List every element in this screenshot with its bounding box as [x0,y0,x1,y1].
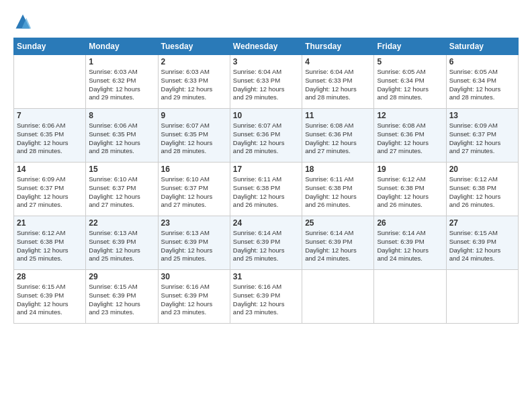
day-info: Sunrise: 6:16 AM Sunset: 6:39 PM Dayligh… [161,283,227,317]
day-number: 26 [377,218,443,228]
calendar-cell: 14Sunrise: 6:09 AM Sunset: 6:37 PM Dayli… [14,163,86,216]
day-info: Sunrise: 6:08 AM Sunset: 6:36 PM Dayligh… [305,122,371,156]
calendar-header-friday: Friday [374,38,446,55]
day-number: 21 [17,218,83,228]
logo [13,12,35,31]
calendar-cell: 29Sunrise: 6:15 AM Sunset: 6:39 PM Dayli… [86,270,158,324]
day-info: Sunrise: 6:12 AM Sunset: 6:38 PM Dayligh… [377,175,443,210]
day-info: Sunrise: 6:07 AM Sunset: 6:36 PM Dayligh… [233,122,299,156]
calendar-table: SundayMondayTuesdayWednesdayThursdayFrid… [13,38,519,324]
day-number: 14 [17,165,83,174]
day-info: Sunrise: 6:14 AM Sunset: 6:39 PM Dayligh… [305,229,371,263]
day-info: Sunrise: 6:04 AM Sunset: 6:33 PM Dayligh… [305,68,371,102]
calendar-header-thursday: Thursday [302,38,374,55]
calendar-cell [446,270,518,324]
calendar-cell: 15Sunrise: 6:10 AM Sunset: 6:37 PM Dayli… [86,163,158,216]
day-info: Sunrise: 6:13 AM Sunset: 6:39 PM Dayligh… [89,229,154,263]
calendar-week-row: 1Sunrise: 6:03 AM Sunset: 6:32 PM Daylig… [14,55,519,109]
calendar-header-row: SundayMondayTuesdayWednesdayThursdayFrid… [14,38,519,55]
calendar-header-saturday: Saturday [446,38,518,55]
day-info: Sunrise: 6:11 AM Sunset: 6:38 PM Dayligh… [305,175,371,210]
day-info: Sunrise: 6:10 AM Sunset: 6:37 PM Dayligh… [161,175,227,210]
calendar-cell: 12Sunrise: 6:08 AM Sunset: 6:36 PM Dayli… [374,109,446,163]
calendar-cell: 27Sunrise: 6:15 AM Sunset: 6:39 PM Dayli… [446,216,518,270]
calendar-header-sunday: Sunday [14,38,86,55]
day-info: Sunrise: 6:05 AM Sunset: 6:34 PM Dayligh… [449,68,515,102]
day-number: 8 [89,111,154,120]
day-info: Sunrise: 6:04 AM Sunset: 6:33 PM Dayligh… [233,68,299,102]
calendar-cell: 1Sunrise: 6:03 AM Sunset: 6:32 PM Daylig… [86,55,158,109]
calendar-cell: 18Sunrise: 6:11 AM Sunset: 6:38 PM Dayli… [302,163,374,216]
calendar-cell: 20Sunrise: 6:12 AM Sunset: 6:38 PM Dayli… [446,163,518,216]
calendar-header-tuesday: Tuesday [158,38,230,55]
calendar-cell: 22Sunrise: 6:13 AM Sunset: 6:39 PM Dayli… [86,216,158,270]
day-number: 29 [89,272,154,281]
logo-icon [13,12,32,31]
day-number: 6 [449,57,515,66]
calendar-cell [302,270,374,324]
calendar-cell: 28Sunrise: 6:15 AM Sunset: 6:39 PM Dayli… [14,270,86,324]
day-number: 1 [89,57,154,66]
day-number: 24 [233,218,299,228]
day-number: 12 [377,111,443,120]
day-number: 22 [89,218,154,228]
page: SundayMondayTuesdayWednesdayThursdayFrid… [0,0,532,330]
day-number: 31 [233,272,299,281]
calendar-cell: 25Sunrise: 6:14 AM Sunset: 6:39 PM Dayli… [302,216,374,270]
calendar-cell: 11Sunrise: 6:08 AM Sunset: 6:36 PM Dayli… [302,109,374,163]
day-number: 23 [161,218,227,228]
day-info: Sunrise: 6:14 AM Sunset: 6:39 PM Dayligh… [377,229,443,263]
day-info: Sunrise: 6:03 AM Sunset: 6:32 PM Dayligh… [89,68,154,102]
calendar-cell: 19Sunrise: 6:12 AM Sunset: 6:38 PM Dayli… [374,163,446,216]
calendar-cell: 3Sunrise: 6:04 AM Sunset: 6:33 PM Daylig… [230,55,302,109]
calendar-header-monday: Monday [86,38,158,55]
calendar-cell: 9Sunrise: 6:07 AM Sunset: 6:35 PM Daylig… [158,109,230,163]
day-info: Sunrise: 6:09 AM Sunset: 6:37 PM Dayligh… [17,175,83,210]
day-number: 30 [161,272,227,281]
day-number: 19 [377,165,443,174]
calendar-week-row: 7Sunrise: 6:06 AM Sunset: 6:35 PM Daylig… [14,109,519,163]
calendar-cell: 13Sunrise: 6:09 AM Sunset: 6:37 PM Dayli… [446,109,518,163]
day-info: Sunrise: 6:05 AM Sunset: 6:34 PM Dayligh… [377,68,443,102]
calendar-cell: 2Sunrise: 6:03 AM Sunset: 6:33 PM Daylig… [158,55,230,109]
calendar-cell: 4Sunrise: 6:04 AM Sunset: 6:33 PM Daylig… [302,55,374,109]
day-number: 2 [161,57,227,66]
day-info: Sunrise: 6:12 AM Sunset: 6:38 PM Dayligh… [449,175,515,210]
calendar-cell: 7Sunrise: 6:06 AM Sunset: 6:35 PM Daylig… [14,109,86,163]
calendar-cell: 26Sunrise: 6:14 AM Sunset: 6:39 PM Dayli… [374,216,446,270]
day-number: 7 [17,111,83,120]
calendar-cell: 17Sunrise: 6:11 AM Sunset: 6:38 PM Dayli… [230,163,302,216]
day-info: Sunrise: 6:07 AM Sunset: 6:35 PM Dayligh… [161,122,227,156]
day-info: Sunrise: 6:14 AM Sunset: 6:39 PM Dayligh… [233,229,299,263]
day-number: 3 [233,57,299,66]
day-info: Sunrise: 6:11 AM Sunset: 6:38 PM Dayligh… [233,175,299,210]
calendar-cell: 5Sunrise: 6:05 AM Sunset: 6:34 PM Daylig… [374,55,446,109]
day-number: 16 [161,165,227,174]
day-info: Sunrise: 6:06 AM Sunset: 6:35 PM Dayligh… [89,122,154,156]
calendar-header-wednesday: Wednesday [230,38,302,55]
day-info: Sunrise: 6:12 AM Sunset: 6:38 PM Dayligh… [17,229,83,263]
calendar-cell: 6Sunrise: 6:05 AM Sunset: 6:34 PM Daylig… [446,55,518,109]
day-number: 9 [161,111,227,120]
day-number: 18 [305,165,371,174]
calendar-cell: 30Sunrise: 6:16 AM Sunset: 6:39 PM Dayli… [158,270,230,324]
day-number: 4 [305,57,371,66]
calendar-week-row: 28Sunrise: 6:15 AM Sunset: 6:39 PM Dayli… [14,270,519,324]
day-info: Sunrise: 6:16 AM Sunset: 6:39 PM Dayligh… [233,283,299,317]
day-info: Sunrise: 6:15 AM Sunset: 6:39 PM Dayligh… [17,283,83,317]
day-number: 15 [89,165,154,174]
header [13,12,519,31]
calendar-cell: 10Sunrise: 6:07 AM Sunset: 6:36 PM Dayli… [230,109,302,163]
calendar-cell [14,55,86,109]
calendar-week-row: 21Sunrise: 6:12 AM Sunset: 6:38 PM Dayli… [14,216,519,270]
day-info: Sunrise: 6:10 AM Sunset: 6:37 PM Dayligh… [89,175,154,210]
calendar-cell: 31Sunrise: 6:16 AM Sunset: 6:39 PM Dayli… [230,270,302,324]
calendar-cell: 8Sunrise: 6:06 AM Sunset: 6:35 PM Daylig… [86,109,158,163]
day-number: 10 [233,111,299,120]
day-number: 17 [233,165,299,174]
calendar-cell: 23Sunrise: 6:13 AM Sunset: 6:39 PM Dayli… [158,216,230,270]
day-number: 5 [377,57,443,66]
day-number: 27 [449,218,515,228]
day-number: 28 [17,272,83,281]
calendar-week-row: 14Sunrise: 6:09 AM Sunset: 6:37 PM Dayli… [14,163,519,216]
